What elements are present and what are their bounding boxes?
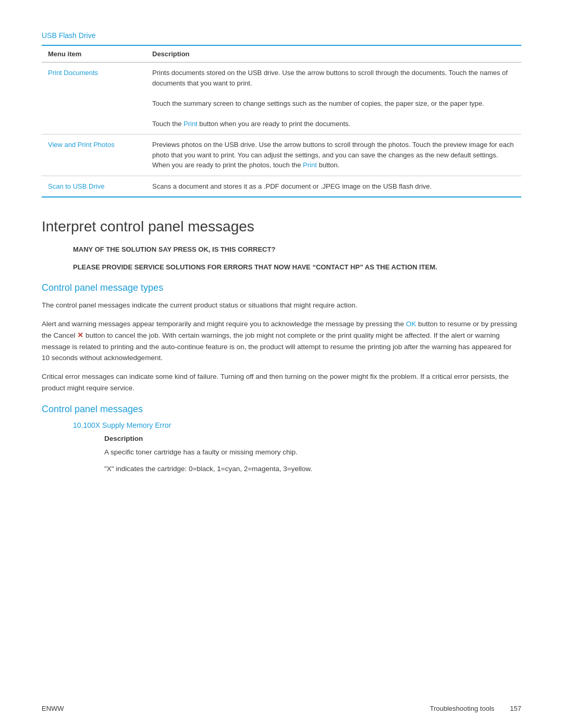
col-menu-item: Menu item xyxy=(42,45,146,63)
table-row: Print Documents Prints documents stored … xyxy=(42,63,521,134)
print-documents-link[interactable]: Print Documents xyxy=(48,69,98,77)
description-block: Description A specific toner cartridge h… xyxy=(104,435,521,474)
table-row: View and Print Photos Previews photos on… xyxy=(42,134,521,176)
footer-section-label: Troubleshooting tools xyxy=(430,705,494,712)
table-row: Scan to USB Drive Scans a document and s… xyxy=(42,176,521,197)
view-photos-description: Previews photos on the USB drive. Use th… xyxy=(146,134,521,176)
types-subheading: Control panel message types xyxy=(42,282,521,293)
footer-right: Troubleshooting tools 157 xyxy=(430,705,521,712)
footer: ENWW Troubleshooting tools 157 xyxy=(42,705,521,712)
types-para2-before-ok: Alert and warning messages appear tempor… xyxy=(42,320,406,328)
print-link-1[interactable]: Print xyxy=(183,120,198,128)
note-text-1: MANY OF THE SOLUTION SAY PRESS OK, IS TH… xyxy=(73,244,521,255)
usb-table-container: Menu item Description Print Documents Pr… xyxy=(42,45,521,198)
types-para2-after-x: button to cancel the job. With certain w… xyxy=(42,331,511,362)
footer-left: ENWW xyxy=(42,705,64,712)
error-subheading: 10.100X Supply Memory Error xyxy=(73,421,521,429)
menu-item-scan-usb: Scan to USB Drive xyxy=(42,176,146,197)
usb-heading: USB Flash Drive xyxy=(42,31,521,40)
types-para3: Critical error messages can indicate som… xyxy=(42,371,521,393)
view-photos-para: Previews photos on the USB drive. Use th… xyxy=(152,140,515,170)
note-block-2: PLEASE PROVIDE SERVICE SOLUTIONS FOR ERR… xyxy=(73,262,521,273)
print-docs-description: Prints documents stored on the USB drive… xyxy=(146,63,521,134)
types-para2: Alert and warning messages appear tempor… xyxy=(42,318,521,364)
note-text-2: PLEASE PROVIDE SERVICE SOLUTIONS FOR ERR… xyxy=(73,262,521,273)
col-description: Description xyxy=(146,45,521,63)
desc-para-1: A specific toner cartridge has a faulty … xyxy=(104,447,521,458)
note-block-1: MANY OF THE SOLUTION SAY PRESS OK, IS TH… xyxy=(73,244,521,255)
print-docs-para2: Touch the summary screen to change setti… xyxy=(152,98,515,109)
page-content: USB Flash Drive Menu item Description Pr… xyxy=(0,0,563,521)
print-docs-para1: Prints documents stored on the USB drive… xyxy=(152,68,515,88)
menu-item-print-docs: Print Documents xyxy=(42,63,146,134)
menu-item-view-photos: View and Print Photos xyxy=(42,134,146,176)
cp-messages-heading: Control panel messages xyxy=(42,404,521,415)
ok-text: OK xyxy=(406,320,417,328)
types-para1: The control panel messages indicate the … xyxy=(42,300,521,311)
scan-usb-para: Scans a document and stores it as a .PDF… xyxy=(152,181,515,192)
print-docs-para3: Touch the Print button when you are read… xyxy=(152,119,515,129)
main-heading: Interpret control panel messages xyxy=(42,218,521,235)
scan-usb-description: Scans a document and stores it as a .PDF… xyxy=(146,176,521,197)
desc-para-2: "X" indicates the cartridge: 0=black, 1=… xyxy=(104,463,521,475)
usb-table: Menu item Description Print Documents Pr… xyxy=(42,45,521,198)
footer-page-number: 157 xyxy=(510,705,521,712)
cancel-x-icon: ✕ xyxy=(77,331,83,339)
scan-usb-link[interactable]: Scan to USB Drive xyxy=(48,182,104,190)
view-print-photos-link[interactable]: View and Print Photos xyxy=(48,141,115,149)
description-label: Description xyxy=(104,435,521,442)
print-link-2[interactable]: Print xyxy=(303,161,317,169)
ok-link[interactable]: OK xyxy=(406,320,417,328)
